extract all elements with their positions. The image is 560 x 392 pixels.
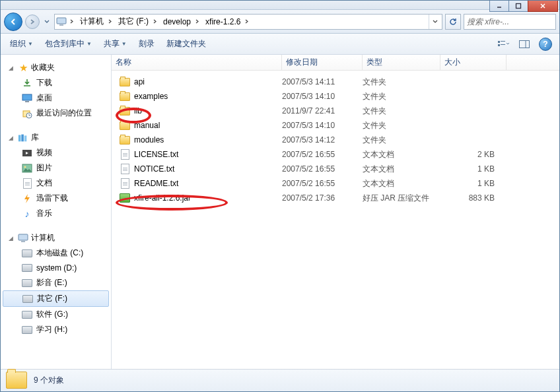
separator-icon[interactable] <box>192 15 201 29</box>
sidebar-item-downloads[interactable]: 下载 <box>1 75 111 90</box>
svg-rect-12 <box>520 40 530 48</box>
file-size: 1 KB <box>440 164 500 174</box>
file-row[interactable]: lib2011/9/7 22:41文件夹 <box>112 104 559 118</box>
content-pane: 名称 修改日期 类型 大小 api2007/5/3 14:11文件夹exampl… <box>112 55 559 369</box>
breadcrumb-item[interactable]: develop <box>159 15 192 29</box>
address-bar[interactable]: 计算机 其它 (F:) develop xfire-1.2.6 <box>54 14 442 30</box>
favorites-group[interactable]: ◢★收藏夹 <box>1 60 111 75</box>
history-dropdown[interactable] <box>42 20 52 24</box>
sidebar-item-drive-h[interactable]: 学习 (H:) <box>1 322 111 337</box>
svg-rect-10 <box>498 44 500 46</box>
file-name: examples <box>134 92 168 101</box>
separator-icon[interactable] <box>242 15 251 29</box>
window-controls <box>490 0 558 12</box>
column-size[interactable]: 大小 <box>440 55 507 70</box>
jar-icon <box>120 193 130 203</box>
separator-icon[interactable] <box>150 15 159 29</box>
file-date: 2007/5/3 14:11 <box>282 77 363 86</box>
file-type: 文件夹 <box>363 135 440 146</box>
command-bar: 组织▼ 包含到库中▼ 共享▼ 刻录 新建文件夹 ? <box>1 34 559 55</box>
file-row[interactable]: xfire-all-1.2.6.jar2007/5/2 17:36好压 JAR … <box>112 191 559 205</box>
separator-icon[interactable] <box>67 15 76 29</box>
column-headers: 名称 修改日期 类型 大小 <box>112 55 559 71</box>
file-date: 2007/5/2 16:55 <box>282 179 363 188</box>
column-type[interactable]: 类型 <box>363 55 440 70</box>
status-text: 9 个对象 <box>34 375 64 386</box>
file-type: 文本文档 <box>363 164 440 175</box>
sidebar-item-video[interactable]: 视频 <box>1 145 111 160</box>
recent-icon <box>22 108 32 119</box>
address-dropdown[interactable] <box>429 15 440 29</box>
sidebar-item-drive-g[interactable]: 软件 (G:) <box>1 307 111 322</box>
file-size: 883 KB <box>440 193 500 203</box>
file-row[interactable]: manual2007/5/3 14:10文件夹 <box>112 118 559 133</box>
sidebar-item-music[interactable]: ♪音乐 <box>1 206 111 221</box>
libraries-group[interactable]: ◢库 <box>1 130 111 145</box>
sidebar-item-documents[interactable]: 文档 <box>1 176 111 191</box>
computer-icon <box>56 16 67 27</box>
file-type: 文件夹 <box>363 91 440 102</box>
breadcrumb-item[interactable]: 其它 (F:) <box>114 15 150 29</box>
folder-icon <box>6 372 27 390</box>
folder-icon <box>120 77 130 87</box>
organize-menu[interactable]: 组织▼ <box>6 36 37 52</box>
file-date: 2007/5/3 14:10 <box>282 92 363 101</box>
sidebar-item-thunder[interactable]: 迅雷下载 <box>1 191 111 206</box>
computer-group[interactable]: ◢计算机 <box>1 230 111 245</box>
new-folder-button[interactable]: 新建文件夹 <box>162 36 210 52</box>
file-row[interactable]: LICENSE.txt2007/5/2 16:55文本文档2 KB <box>112 147 559 162</box>
view-options-button[interactable] <box>495 36 512 52</box>
drive-icon <box>22 278 32 288</box>
breadcrumb-item[interactable]: 计算机 <box>76 15 105 29</box>
pictures-icon <box>22 163 32 174</box>
column-name[interactable]: 名称 <box>112 55 282 70</box>
file-row[interactable]: examples2007/5/3 14:10文件夹 <box>112 89 559 104</box>
file-type: 文件夹 <box>363 77 440 88</box>
sidebar-item-drive-c[interactable]: 本地磁盘 (C:) <box>1 245 111 261</box>
star-icon: ★ <box>18 63 28 73</box>
file-row[interactable]: modules2007/5/3 14:12文件夹 <box>112 133 559 147</box>
burn-button[interactable]: 刻录 <box>135 36 158 52</box>
search-input[interactable] <box>467 17 560 26</box>
nav-pane[interactable]: ◢★收藏夹 下载 桌面 最近访问的位置 ◢库 视频 图片 文档 迅雷下载 ♪音乐… <box>1 55 112 369</box>
sidebar-item-drive-e[interactable]: 影音 (E:) <box>1 275 111 290</box>
svg-rect-15 <box>25 101 29 102</box>
search-box[interactable] <box>464 14 556 30</box>
folder-icon <box>120 135 130 145</box>
file-size: 1 KB <box>440 179 500 188</box>
sidebar-item-recent[interactable]: 最近访问的位置 <box>1 106 111 121</box>
help-button[interactable]: ? <box>537 36 554 52</box>
share-menu[interactable]: 共享▼ <box>100 36 131 52</box>
file-row[interactable]: README.txt2007/5/2 16:55文本文档1 KB <box>112 176 559 191</box>
drive-icon <box>22 325 32 335</box>
refresh-button[interactable] <box>445 14 461 30</box>
preview-pane-button[interactable] <box>516 36 533 52</box>
file-name: NOTICE.txt <box>134 164 174 174</box>
desktop-icon <box>22 93 32 104</box>
file-row[interactable]: api2007/5/3 14:11文件夹 <box>112 75 559 89</box>
file-list[interactable]: api2007/5/3 14:11文件夹examples2007/5/3 14:… <box>112 71 559 369</box>
breadcrumb-item[interactable]: xfire-1.2.6 <box>201 15 242 29</box>
sidebar-item-drive-d[interactable]: system (D:) <box>1 261 111 275</box>
sidebar-item-desktop[interactable]: 桌面 <box>1 90 111 106</box>
forward-button[interactable] <box>25 15 40 29</box>
file-type: 文本文档 <box>363 149 440 160</box>
file-row[interactable]: NOTICE.txt2007/5/2 16:55文本文档1 KB <box>112 162 559 176</box>
back-button[interactable] <box>4 13 22 31</box>
include-menu[interactable]: 包含到库中▼ <box>41 36 96 52</box>
sidebar-item-drive-f[interactable]: 其它 (F:) <box>3 290 109 307</box>
computer-icon <box>18 233 28 244</box>
sidebar-item-pictures[interactable]: 图片 <box>1 160 111 176</box>
maximize-button[interactable] <box>508 0 528 12</box>
file-name: LICENSE.txt <box>134 150 178 159</box>
status-bar: 9 个对象 <box>1 369 559 391</box>
svg-rect-8 <box>498 41 500 43</box>
close-button[interactable] <box>528 0 558 12</box>
file-name: README.txt <box>134 179 178 188</box>
file-type: 文件夹 <box>363 120 440 131</box>
minimize-button[interactable] <box>489 0 509 12</box>
file-type: 文本文档 <box>363 178 440 189</box>
separator-icon[interactable] <box>105 15 114 29</box>
column-date[interactable]: 修改日期 <box>282 55 363 70</box>
video-icon <box>22 148 32 158</box>
